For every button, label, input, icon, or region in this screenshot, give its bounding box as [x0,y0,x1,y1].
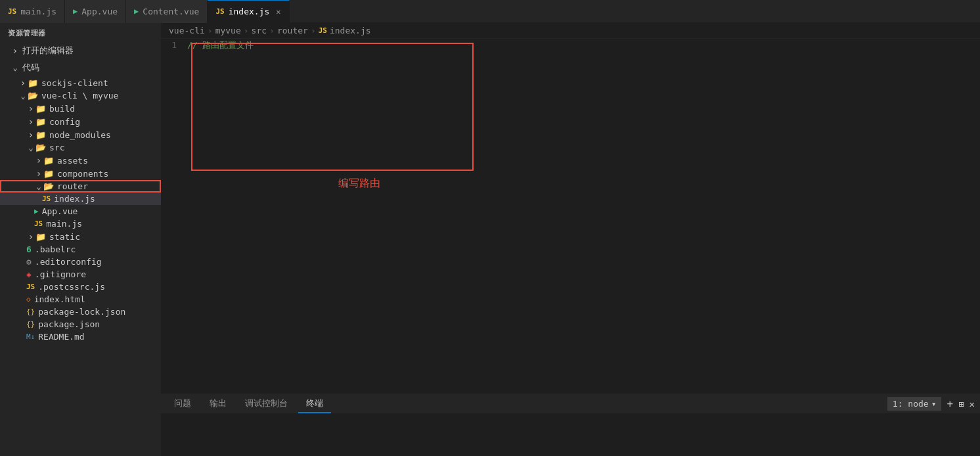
code-editor[interactable]: 1 // 路由配置文件 [161,39,980,394]
folder-icon: 📁 [35,104,46,114]
sidebar-item-readme[interactable]: M↓ README.md [0,331,161,343]
code-section[interactable]: 代码 [0,59,161,76]
tab-main-js[interactable]: JS main.js [0,0,65,23]
breadcrumb-separator: › [244,26,249,35]
sidebar-item-sockjs[interactable]: 📁 sockjs-client [0,76,161,89]
sidebar-item-router[interactable]: 📂 router [0,180,161,193]
tab-bar: JS main.js ▶ App.vue ▶ Content.vue JS in… [0,0,980,23]
arrow-icon [26,143,35,152]
breadcrumb-separator: › [269,26,275,35]
js-icon: JS [215,7,224,16]
sidebar-item-src[interactable]: 📂 src [0,141,161,154]
folder-icon: 📁 [28,78,38,88]
json-icon: {} [26,320,35,329]
tab-label: App.vue [81,7,118,16]
sidebar-item-static[interactable]: 📁 static [0,230,161,243]
folder-icon: 📁 [35,117,46,127]
sidebar-item-package-json[interactable]: {} package.json [0,318,161,331]
breadcrumb-part: vue-cli [169,26,205,35]
folder-icon: 📁 [35,232,46,242]
chevron-down-icon: ▾ [931,399,937,409]
sidebar-item-config[interactable]: 📁 config [0,115,161,128]
split-terminal-button[interactable]: ⊞ [958,399,964,409]
tab-terminal[interactable]: 终端 [298,395,331,413]
tab-debug-console[interactable]: 调试控制台 [237,395,296,413]
folder-icon: 📁 [43,156,54,166]
editor-area: vue-cli › myvue › src › router › JS inde… [161,23,980,456]
js-icon: JS [8,7,16,16]
md-icon: M↓ [26,332,35,341]
sidebar-title: 资源管理器 [0,23,161,42]
sidebar-item-index-html[interactable]: ◇ index.html [0,293,161,306]
tab-problems[interactable]: 问题 [166,395,199,413]
tab-index-js[interactable]: JS index.js ✕ [208,0,289,23]
arrow-icon [18,91,28,101]
breadcrumb-part: router [277,26,308,35]
line-content: // 路由配置文件 [187,39,254,52]
json-icon: {} [26,308,35,316]
sidebar-item-build[interactable]: 📁 build [0,102,161,115]
bottom-panel: 问题 输出 调试控制台 终端 1: node ▾ + ⊞ [161,394,980,456]
editor-wrapper: 1 // 路由配置文件 编写路由 [161,39,980,394]
sidebar-item-vuecli[interactable]: 📂 vue-cli \ myvue [0,89,161,102]
arrow-icon [26,103,35,114]
sidebar-item-babelrc[interactable]: 6 .babelrc [0,243,161,256]
vue-icon: ▶ [73,7,78,16]
folder-icon: 📂 [28,91,38,101]
sidebar-item-components[interactable]: 📁 components [0,167,161,180]
breadcrumb-part: src [252,26,267,35]
terminal-selector[interactable]: 1: node ▾ [887,397,942,411]
sidebar-item-postcssrc[interactable]: JS .postcssrc.js [0,281,161,293]
sidebar-item-node-modules[interactable]: 📁 node_modules [0,128,161,141]
js-icon: JS [319,26,327,35]
sidebar-item-assets[interactable]: 📁 assets [0,154,161,167]
bottom-tab-bar: 问题 输出 调试控制台 终端 1: node ▾ + ⊞ [161,394,980,414]
terminal-content[interactable] [161,414,980,456]
open-editors-section[interactable]: 打开的编辑器 [0,42,161,59]
sidebar: 资源管理器 打开的编辑器 代码 📁 sockjs-client 📂 vue-cl… [0,23,161,456]
arrow-icon [26,231,35,242]
line-number: 1 [161,39,187,52]
tab-label: Content.vue [143,7,199,16]
sidebar-item-app-vue[interactable]: ▶ App.vue [0,205,161,217]
js-file-icon: JS [34,219,43,228]
arrow-icon [26,129,35,140]
js-file-icon: JS [26,283,35,291]
folder-icon: 📁 [35,130,46,140]
breadcrumb: vue-cli › myvue › src › router › JS inde… [161,23,980,39]
sidebar-item-index-js[interactable]: JS index.js [0,193,161,205]
tab-output[interactable]: 输出 [202,395,234,413]
arrow-icon [11,45,20,56]
html-icon: ◇ [26,295,31,304]
breadcrumb-separator: › [311,26,316,35]
sidebar-item-gitignore[interactable]: ◈ .gitignore [0,268,161,281]
sidebar-item-package-lock[interactable]: {} package-lock.json [0,306,161,318]
arrow-icon [34,182,43,191]
breadcrumb-filename: index.js [330,26,371,35]
git-icon: ◈ [26,269,32,279]
sidebar-item-main-js[interactable]: JS main.js [0,217,161,230]
tab-label: index.js [229,7,270,16]
arrow-icon [34,155,43,166]
close-panel-button[interactable]: ✕ [969,399,975,409]
breadcrumb-separator: › [208,26,213,35]
tab-app-vue[interactable]: ▶ App.vue [65,0,126,23]
tab-content-vue[interactable]: ▶ Content.vue [126,0,208,23]
arrow-icon [18,78,28,88]
annotation-label: 编写路由 [338,177,380,191]
folder-icon: 📁 [43,169,54,179]
arrow-icon [26,116,35,127]
close-icon[interactable]: ✕ [276,8,280,16]
code-line-1: 1 // 路由配置文件 [161,39,980,52]
add-terminal-button[interactable]: + [947,398,953,410]
bottom-tab-actions: 1: node ▾ + ⊞ ✕ [887,397,975,411]
main-area: 资源管理器 打开的编辑器 代码 📁 sockjs-client 📂 vue-cl… [0,23,980,456]
breadcrumb-part: myvue [215,26,241,35]
arrow-icon [34,168,43,179]
folder-icon: 📂 [35,143,46,152]
tab-label: main.js [20,7,56,16]
gear-icon: ⚙ [26,257,32,267]
num-icon: 6 [26,244,32,254]
vue-file-icon: ▶ [34,207,39,216]
sidebar-item-editorconfig[interactable]: ⚙ .editorconfig [0,256,161,268]
